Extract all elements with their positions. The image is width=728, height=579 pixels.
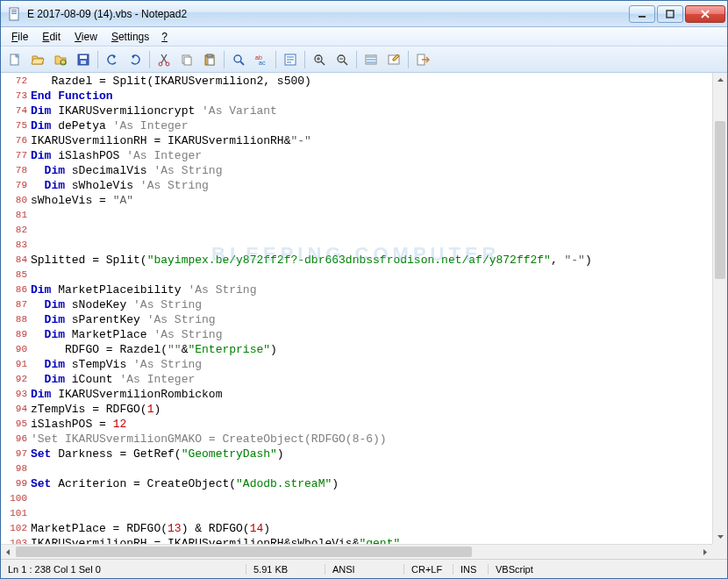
code-text[interactable]: Razdel = Split(IKARUSvermilion2, s500) (31, 74, 311, 89)
word-wrap-icon[interactable] (280, 49, 301, 70)
redo-icon[interactable] (125, 49, 146, 70)
horizontal-scrollbar[interactable] (1, 544, 712, 559)
code-line[interactable]: 96'Set IKARUSvermilionGMAKO = CreateObje… (1, 432, 712, 447)
code-line[interactable]: 89 Dim MarketPlace 'As String (1, 327, 712, 342)
code-line[interactable]: 94zTempVis = RDFGO(1) (1, 402, 712, 417)
code-line[interactable]: 80sWholeVis = "A" (1, 193, 712, 208)
code-text[interactable]: Dim IKARUSvermilioncrypt 'As Variant (31, 104, 277, 118)
code-text[interactable]: Dim MarketPlaceibility 'As String (31, 282, 256, 297)
code-line[interactable]: 92 Dim iCount 'As Integer (1, 372, 712, 387)
window: E 2017-08-09 (14).vbs - Notepad2 FileEdi… (0, 0, 728, 579)
copy-icon[interactable] (176, 49, 197, 70)
code-line[interactable]: 101 (1, 506, 712, 521)
menu-file[interactable]: File (4, 29, 35, 45)
code-text[interactable]: 'Set IKARUSvermilionGMAKO = CreateObject… (31, 432, 387, 447)
exit-icon[interactable] (412, 49, 433, 70)
customize-icon[interactable] (383, 49, 404, 70)
code-line[interactable]: 77Dim iSlashPOS 'As Integer (1, 148, 712, 163)
find-icon[interactable] (228, 49, 249, 70)
status-encoding[interactable]: ANSI (325, 564, 404, 575)
open-file-icon[interactable] (27, 49, 48, 70)
code-text[interactable]: Dim dePetya 'As Integer (31, 118, 188, 133)
zoom-out-icon[interactable] (332, 49, 353, 70)
code-text[interactable]: RDFGO = Razdel(""&"Enterprise") (31, 342, 277, 357)
code-text[interactable]: Dim iSlashPOS 'As Integer (31, 148, 202, 163)
code-line[interactable]: 99Set Acriterion = CreateObject("Adodb.s… (1, 476, 712, 491)
minimize-button[interactable] (629, 5, 655, 23)
code-line[interactable]: 87 Dim sNodeKey 'As String (1, 297, 712, 312)
code-line[interactable]: 75Dim dePetya 'As Integer (1, 118, 712, 133)
code-area[interactable]: BLEEPING COMPUTER 72 Razdel = Split(IKAR… (1, 73, 712, 544)
zoom-in-icon[interactable] (309, 49, 330, 70)
code-text[interactable]: sWholeVis = "A" (31, 193, 133, 208)
scroll-thumb-vertical[interactable] (715, 121, 725, 279)
line-number: 83 (1, 238, 31, 253)
scroll-down-icon[interactable] (713, 529, 727, 544)
status-eol[interactable]: CR+LF (404, 564, 453, 575)
code-line[interactable]: 95iSlashPOS = 12 (1, 417, 712, 432)
code-line[interactable]: 103IKARUSvermilionRH = IKARUSvermilionRH… (1, 536, 712, 544)
status-lang[interactable]: VBScript (489, 564, 727, 575)
code-line[interactable]: 83 (1, 238, 712, 253)
menu-edit[interactable]: Edit (35, 29, 68, 45)
code-line[interactable]: 93Dim IKARUSvermilionRombickom (1, 387, 712, 402)
scroll-up-icon[interactable] (713, 73, 727, 88)
code-text[interactable]: zTempVis = RDFGO(1) (31, 402, 161, 417)
scroll-right-icon[interactable] (697, 545, 712, 559)
code-text[interactable]: Dim sParentKey 'As String (31, 312, 216, 327)
code-text[interactable]: Dim MarketPlace 'As String (31, 327, 222, 342)
menu-view[interactable]: View (68, 29, 104, 45)
code-text[interactable]: Dim sTempVis 'As String (31, 357, 202, 372)
code-line[interactable]: 78 Dim sDecimalVis 'As String (1, 163, 712, 178)
new-file-icon[interactable] (4, 49, 25, 70)
undo-icon[interactable] (102, 49, 123, 70)
status-ins[interactable]: INS (453, 564, 489, 575)
code-line[interactable]: 82 (1, 223, 712, 238)
svg-rect-1 (11, 10, 17, 11)
code-line[interactable]: 73End Function (1, 89, 712, 104)
code-line[interactable]: 88 Dim sParentKey 'As String (1, 312, 712, 327)
close-button[interactable] (685, 5, 725, 23)
code-line[interactable]: 81 (1, 208, 712, 223)
code-text[interactable]: Dim IKARUSvermilionRombickom (31, 387, 222, 402)
code-text[interactable]: Set Darkness = GetRef("GeometryDash") (31, 447, 284, 461)
code-text[interactable]: MarketPlace = RDFGO(13) & RDFGO(14) (31, 521, 270, 536)
code-line[interactable]: 97Set Darkness = GetRef("GeometryDash") (1, 447, 712, 461)
scroll-left-icon[interactable] (1, 545, 16, 559)
code-text[interactable]: Dim iCount 'As Integer (31, 372, 195, 387)
code-text[interactable]: iSlashPOS = 12 (31, 417, 126, 432)
code-text[interactable]: Set Acriterion = CreateObject("Adodb.str… (31, 476, 339, 491)
code-line[interactable]: 84Splitted = Split("bayimpex.be/y872ff2f… (1, 253, 712, 268)
scroll-thumb-horizontal[interactable] (16, 547, 472, 557)
code-line[interactable]: 74Dim IKARUSvermilioncrypt 'As Variant (1, 104, 712, 118)
code-line[interactable]: 100 (1, 491, 712, 506)
titlebar[interactable]: E 2017-08-09 (14).vbs - Notepad2 (1, 1, 727, 27)
code-text[interactable]: IKARUSvermilionRH = IKARUSvermilionRH&"-… (31, 133, 311, 148)
cut-icon[interactable] (153, 49, 175, 70)
code-text[interactable]: Dim sDecimalVis 'As String (31, 163, 222, 178)
code-line[interactable]: 98 (1, 461, 712, 476)
menu-help[interactable]: ? (156, 29, 173, 45)
code-text[interactable]: End Function (31, 89, 113, 104)
code-line[interactable]: 79 Dim sWholeVis 'As String (1, 178, 712, 193)
code-line[interactable]: 102MarketPlace = RDFGO(13) & RDFGO(14) (1, 521, 712, 536)
code-line[interactable]: 86Dim MarketPlaceibility 'As String (1, 282, 712, 297)
browse-icon[interactable] (50, 49, 71, 70)
maximize-button[interactable] (657, 5, 683, 23)
code-text[interactable]: Dim sNodeKey 'As String (31, 297, 202, 312)
code-text[interactable]: IKARUSvermilionRH = IKARUSvermilionRH&sW… (31, 536, 400, 544)
vertical-scrollbar[interactable] (712, 73, 727, 544)
code-line[interactable]: 72 Razdel = Split(IKARUSvermilion2, s500… (1, 74, 712, 89)
code-text[interactable]: Dim sWholeVis 'As String (31, 178, 209, 193)
scrollbar-corner (712, 544, 727, 559)
replace-icon[interactable]: abac (251, 49, 272, 70)
code-line[interactable]: 76IKARUSvermilionRH = IKARUSvermilionRH&… (1, 133, 712, 148)
code-line[interactable]: 90 RDFGO = Razdel(""&"Enterprise") (1, 342, 712, 357)
menu-settings[interactable]: Settings (104, 29, 156, 45)
code-line[interactable]: 85 (1, 268, 712, 282)
paste-icon[interactable] (199, 49, 220, 70)
save-icon[interactable] (73, 49, 94, 70)
code-line[interactable]: 91 Dim sTempVis 'As String (1, 357, 712, 372)
code-text[interactable]: Splitted = Split("bayimpex.be/y872ff2f?-… (31, 253, 592, 268)
scheme-icon[interactable] (360, 49, 382, 70)
